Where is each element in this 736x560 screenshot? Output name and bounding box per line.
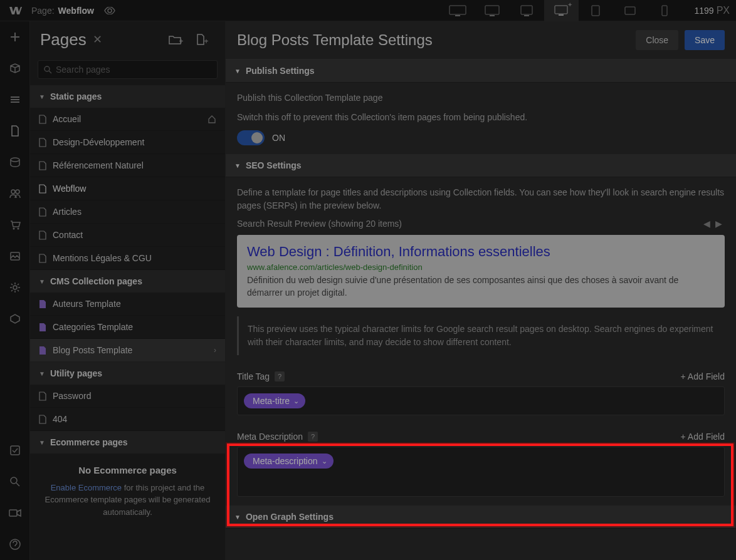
publish-settings-header[interactable]: ▼Publish Settings [226, 60, 736, 83]
serp-prev-icon[interactable]: ◀ [701, 219, 713, 229]
enable-ecommerce-link[interactable]: Enable Ecommerce [51, 483, 122, 492]
chevron-right-icon: › [214, 346, 216, 355]
device-lg-icon[interactable] [475, 0, 510, 21]
page-label: Page: [31, 6, 55, 16]
page-item-webflow[interactable]: Webflow [30, 177, 225, 200]
canvas-width-unit: PX [717, 5, 730, 16]
search-pages-field[interactable] [56, 65, 212, 75]
search-pages-input[interactable] [38, 60, 218, 79]
canvas-width[interactable]: 1199 [695, 6, 714, 16]
page-icon [39, 391, 46, 401]
page-item-contact[interactable]: Contact [30, 224, 225, 247]
cms-page-icon [39, 323, 46, 332]
users-icon[interactable] [0, 178, 29, 209]
svg-point-22 [11, 477, 17, 484]
page-item-categories[interactable]: Categories Template [30, 316, 225, 339]
home-icon [208, 115, 216, 123]
page-item-404[interactable]: 404 [30, 408, 225, 431]
no-ecommerce-message: No Ecommerce pages Enable Ecommerce for … [30, 454, 225, 528]
serp-preview-box: Web Design : Définition, Informations es… [237, 235, 725, 308]
page-name[interactable]: Webflow [58, 6, 94, 16]
page-item-auteurs[interactable]: Auteurs Template [30, 293, 225, 316]
svg-point-20 [13, 286, 17, 289]
symbols-icon[interactable] [0, 53, 29, 84]
page-icon [39, 138, 46, 147]
cms-icon[interactable] [0, 147, 29, 178]
add-element-icon[interactable] [0, 21, 29, 53]
svg-rect-1 [455, 15, 460, 16]
cms-page-icon [39, 346, 46, 355]
device-tablet-icon[interactable] [579, 0, 613, 21]
new-page-icon[interactable]: + [190, 29, 215, 50]
page-icon [39, 184, 46, 194]
pages-icon[interactable] [0, 115, 29, 147]
help-icon[interactable] [0, 529, 29, 560]
audit-icon[interactable] [0, 435, 29, 466]
serp-description: Définition du web design suivie d'une pr… [247, 274, 715, 299]
svg-rect-7 [559, 14, 564, 16]
ecommerce-icon[interactable] [0, 209, 29, 241]
settings-icon[interactable] [0, 272, 29, 303]
video-icon[interactable] [0, 497, 29, 529]
opengraph-settings-header[interactable]: ▼Open Graph Settings [226, 506, 736, 529]
page-item-articles[interactable]: Articles [30, 200, 225, 224]
device-md-icon[interactable] [510, 0, 544, 21]
page-icon [39, 207, 46, 217]
apps-icon[interactable] [0, 303, 29, 334]
device-tablet-land-icon[interactable] [613, 0, 648, 21]
page-icon [39, 415, 46, 424]
serp-note: This preview uses the typical character … [237, 316, 725, 355]
page-item-accueil[interactable]: Accueil [30, 108, 225, 131]
close-panel-icon[interactable]: ✕ [93, 33, 102, 46]
svg-rect-3 [490, 15, 495, 16]
serp-next-icon[interactable]: ▶ [713, 219, 725, 229]
settings-title: Blog Posts Template Settings [237, 31, 433, 49]
device-mobile-icon[interactable] [648, 0, 682, 21]
svg-rect-8 [592, 6, 599, 16]
cms-page-icon [39, 299, 46, 309]
pages-panel-title: Pages [40, 30, 87, 49]
meta-description-input[interactable]: Meta-description⌄ [237, 447, 725, 497]
new-folder-icon[interactable]: + [164, 29, 189, 50]
device-xl-icon[interactable] [441, 0, 475, 21]
serp-title: Web Design : Définition, Informations es… [247, 244, 715, 260]
svg-rect-2 [485, 6, 499, 14]
page-item-mentions[interactable]: Mentions Légales & CGU [30, 247, 225, 270]
svg-point-25 [45, 66, 50, 71]
save-button[interactable]: Save [685, 30, 725, 50]
page-item-design[interactable]: Design-Développement [30, 131, 225, 154]
page-icon [39, 161, 46, 170]
meta-titre-chip[interactable]: Meta-titre⌄ [244, 393, 305, 408]
svg-point-16 [16, 190, 19, 194]
page-item-password[interactable]: Password [30, 385, 225, 408]
title-tag-input[interactable]: Meta-titre⌄ [237, 386, 725, 415]
ecommerce-pages-header[interactable]: ▼Ecommerce pages [30, 431, 225, 454]
cms-pages-header[interactable]: ▼CMS Collection pages [30, 270, 225, 293]
add-field-button[interactable]: + Add Field [681, 432, 725, 442]
close-button[interactable]: Close [636, 30, 678, 50]
meta-description-chip[interactable]: Meta-description⌄ [244, 454, 334, 469]
navigator-icon[interactable] [0, 84, 29, 115]
help-icon[interactable]: ? [308, 432, 318, 442]
page-item-blog-posts[interactable]: Blog Posts Template› [30, 339, 225, 362]
svg-rect-23 [9, 510, 17, 516]
publish-line2: Switch this off to prevent this Collecti… [237, 111, 725, 124]
help-icon[interactable]: ? [275, 371, 285, 381]
search-icon[interactable] [0, 466, 29, 497]
static-pages-header[interactable]: ▼Static pages [30, 85, 225, 108]
utility-pages-header[interactable]: ▼Utility pages [30, 362, 225, 385]
device-desktop-icon[interactable]: ✦ [544, 0, 579, 21]
webflow-logo[interactable] [6, 1, 25, 20]
seo-settings-header[interactable]: ▼SEO Settings [226, 154, 736, 177]
preview-eye-icon[interactable] [104, 7, 115, 14]
svg-rect-9 [625, 7, 635, 14]
add-field-button[interactable]: + Add Field [681, 371, 725, 381]
device-switcher: ✦ [441, 0, 682, 21]
page-item-referencement[interactable]: Référencement Naturel [30, 154, 225, 177]
svg-rect-5 [524, 15, 529, 16]
chevron-down-icon: ⌄ [322, 457, 327, 465]
assets-icon[interactable] [0, 241, 29, 272]
title-tag-label: Title Tag [237, 371, 270, 381]
left-toolbar [0, 21, 30, 560]
publish-toggle[interactable] [237, 130, 265, 145]
